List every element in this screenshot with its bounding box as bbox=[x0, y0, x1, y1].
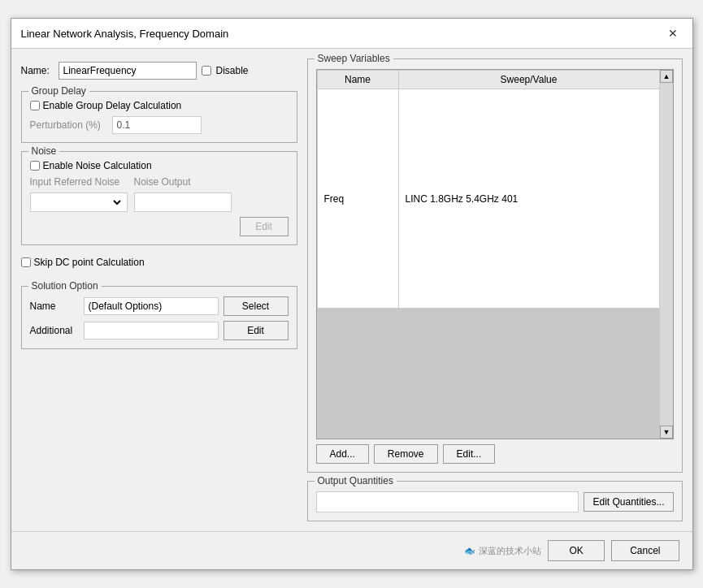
dialog-body: Name: Disable Group Delay Enable Group D… bbox=[11, 49, 692, 531]
solution-edit-button[interactable]: Edit bbox=[223, 321, 289, 340]
scroll-up-button[interactable]: ▲ bbox=[660, 70, 673, 83]
sweep-add-button[interactable]: Add... bbox=[316, 444, 369, 464]
input-noise-select[interactable] bbox=[34, 196, 124, 209]
noise-labels-row: Input Referred Noise Noise Output bbox=[30, 176, 289, 188]
solution-name-label: Name bbox=[30, 300, 79, 312]
solution-select-button[interactable]: Select bbox=[223, 296, 289, 316]
solution-name-input[interactable] bbox=[84, 297, 219, 315]
noise-edit-row: Edit bbox=[30, 217, 289, 236]
sweep-variables-title: Sweep Variables bbox=[315, 53, 393, 64]
right-panel: Sweep Variables Name Sweep/Value Freq bbox=[307, 58, 683, 521]
enable-noise-checkbox[interactable] bbox=[30, 161, 40, 171]
sweep-empty-row bbox=[317, 309, 659, 439]
perturbation-input[interactable] bbox=[112, 116, 202, 134]
name-row: Name: Disable bbox=[21, 58, 297, 83]
solution-option-box: Solution Option Name Select Additional E… bbox=[21, 286, 297, 349]
output-qty-row: Edit Quantities... bbox=[316, 491, 674, 512]
close-button[interactable]: ✕ bbox=[663, 25, 683, 41]
cancel-button[interactable]: Cancel bbox=[611, 540, 679, 561]
noise-edit-button[interactable]: Edit bbox=[240, 217, 289, 236]
noise-content: Enable Noise Calculation Input Referred … bbox=[30, 160, 289, 236]
perturbation-row: Perturbation (%) bbox=[30, 116, 289, 134]
sweep-edit-button[interactable]: Edit... bbox=[443, 444, 496, 464]
skip-dc-label: Skip DC point Calculation bbox=[34, 257, 145, 268]
skip-dc-checkbox[interactable] bbox=[21, 257, 31, 267]
perturbation-label: Perturbation (%) bbox=[30, 119, 107, 131]
sweep-remove-button[interactable]: Remove bbox=[374, 444, 438, 464]
sweep-buttons: Add... Remove Edit... bbox=[316, 444, 674, 464]
name-label: Name: bbox=[21, 65, 54, 76]
input-noise-label: Input Referred Noise bbox=[30, 176, 128, 188]
dialog-footer: 🐟 深蓝的技术小站 OK Cancel bbox=[11, 531, 692, 569]
scroll-down-button[interactable]: ▼ bbox=[660, 426, 673, 439]
skip-dc-row: Skip DC point Calculation bbox=[21, 253, 297, 271]
output-qty-input[interactable] bbox=[316, 491, 579, 512]
output-quantities-box: Output Quantities Edit Quantities... bbox=[307, 481, 683, 521]
output-quantities-title: Output Quantities bbox=[315, 475, 397, 486]
solution-option-title: Solution Option bbox=[28, 280, 102, 292]
title-bar: Linear Network Analysis, Frequency Domai… bbox=[11, 19, 692, 49]
enable-group-delay-label: Enable Group Delay Calculation bbox=[43, 100, 182, 111]
edit-quantities-button[interactable]: Edit Quantities... bbox=[584, 492, 673, 512]
solution-grid: Name Select Additional Edit bbox=[30, 296, 289, 340]
sweep-table-container: Name Sweep/Value Freq LINC 1.8GHz 5.4GHz… bbox=[316, 69, 674, 439]
watermark-icon: 🐟 bbox=[464, 546, 475, 556]
enable-noise-label: Enable Noise Calculation bbox=[43, 160, 152, 171]
sweep-variables-box: Sweep Variables Name Sweep/Value Freq bbox=[307, 58, 683, 473]
output-noise-input[interactable] bbox=[134, 192, 232, 212]
sweep-scrollbar: ▲ ▼ bbox=[660, 70, 673, 439]
noise-box: Noise Enable Noise Calculation Input Ref… bbox=[21, 151, 297, 245]
sweep-table: Name Sweep/Value Freq LINC 1.8GHz 5.4GHz… bbox=[317, 70, 660, 439]
enable-group-delay-row: Enable Group Delay Calculation bbox=[30, 100, 289, 111]
input-noise-dropdown[interactable] bbox=[30, 192, 128, 212]
sweep-name-cell: Freq bbox=[317, 89, 398, 309]
sweep-col-name: Name bbox=[317, 71, 398, 89]
watermark-text: 深蓝的技术小站 bbox=[479, 545, 541, 557]
solution-additional-input[interactable] bbox=[84, 322, 219, 339]
left-panel: Name: Disable Group Delay Enable Group D… bbox=[21, 58, 297, 521]
dialog-title: Linear Network Analysis, Frequency Domai… bbox=[21, 28, 229, 40]
group-delay-box: Group Delay Enable Group Delay Calculati… bbox=[21, 91, 297, 143]
output-noise-label: Noise Output bbox=[134, 176, 191, 188]
dialog: Linear Network Analysis, Frequency Domai… bbox=[11, 18, 693, 570]
sweep-col-value: Sweep/Value bbox=[398, 71, 659, 89]
noise-dropdowns bbox=[30, 192, 289, 212]
ok-button[interactable]: OK bbox=[548, 540, 605, 561]
watermark: 🐟 深蓝的技术小站 bbox=[464, 540, 541, 561]
enable-noise-row: Enable Noise Calculation bbox=[30, 160, 289, 171]
group-delay-content: Enable Group Delay Calculation Perturbat… bbox=[30, 100, 289, 134]
solution-additional-label: Additional bbox=[30, 325, 79, 336]
noise-title: Noise bbox=[28, 145, 60, 157]
disable-checkbox[interactable] bbox=[202, 66, 211, 76]
scroll-track bbox=[660, 83, 673, 426]
table-row[interactable]: Freq LINC 1.8GHz 5.4GHz 401 bbox=[317, 89, 659, 309]
group-delay-title: Group Delay bbox=[28, 85, 89, 97]
name-input[interactable] bbox=[59, 62, 197, 80]
disable-label: Disable bbox=[216, 65, 249, 76]
enable-group-delay-checkbox[interactable] bbox=[30, 101, 40, 110]
sweep-value-cell: LINC 1.8GHz 5.4GHz 401 bbox=[398, 89, 659, 309]
